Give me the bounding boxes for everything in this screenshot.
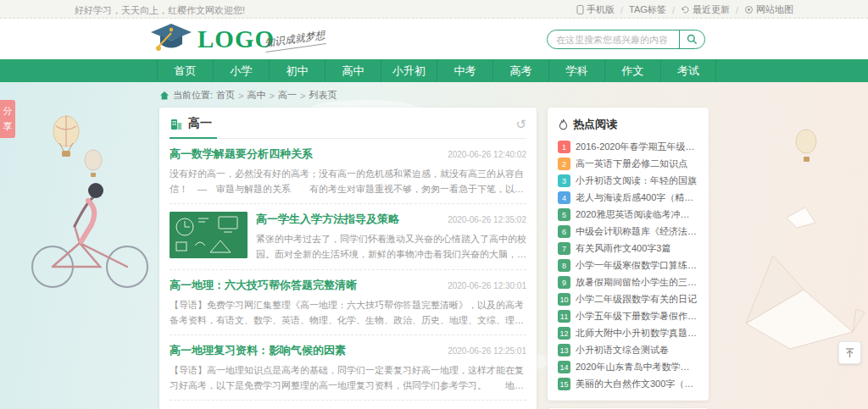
logo-text: LOGO	[198, 25, 275, 53]
nav-item-subjects[interactable]: 学科	[548, 59, 604, 82]
hot-item[interactable]: 15美丽的大自然作文300字（精选3篇）	[558, 378, 698, 390]
hot-item[interactable]: 8小学一年级寒假数学口算练习题三篇	[558, 259, 698, 272]
hot-item-text: 中级会计职称题库《经济法》检测题	[576, 225, 698, 238]
article-title[interactable]: 高一地理：六大技巧帮你答题完整清晰	[170, 278, 357, 293]
hot-item-text: 高一英语下册必修二知识点	[576, 158, 687, 170]
hot-item-text: 小学五年级下册数学暑假作业答案【20-61	[576, 310, 698, 323]
article-title[interactable]: 高一地理复习资料：影响气候的因素	[170, 343, 346, 358]
rank-badge: 2	[558, 158, 570, 170]
return-icon[interactable]: ↺	[515, 118, 526, 130]
page: { "topbar": { "welcome": "好好学习，天天向上，红樱作文…	[0, 0, 868, 409]
hot-item-text: 小学一年级寒假数学口算练习题三篇	[576, 259, 698, 272]
breadcrumb-grade-one[interactable]: 高一	[278, 89, 297, 102]
nav-item-primary-school[interactable]: 小学	[213, 59, 269, 82]
hot-item[interactable]: 52020雅思英语阅读临考冲刺试题附答案	[558, 208, 698, 221]
nav-item-home[interactable]: 首页	[157, 59, 213, 82]
rank-badge: 5	[558, 208, 570, 221]
hot-item[interactable]: 2高一英语下册必修二知识点	[558, 158, 698, 170]
chalkboard-doodle-image	[170, 212, 248, 258]
article-item[interactable]: 高一地理资料：三圈环流与气压带、风带的形成 2020-06-26 12:20:0…	[170, 401, 526, 409]
hot-item[interactable]: 142020年山东青岛中考数学真题（已公布）	[558, 361, 698, 373]
nav-item-gaokao[interactable]: 高考	[492, 59, 548, 82]
hot-item-text: 有关风雨作文400字3篇	[576, 242, 670, 255]
rank-badge: 12	[558, 327, 570, 340]
hot-item[interactable]: 7有关风雨作文400字3篇	[558, 242, 698, 255]
article-item[interactable]: 高一数学解题要分析四种关系 2020-06-26 12:40:02 没有好的高一…	[170, 139, 526, 204]
hot-item[interactable]: 12北师大附中小升初数学真题汇编	[558, 327, 698, 340]
nav-item-xiaoshengchu[interactable]: 小升初	[381, 59, 437, 82]
phone-icon	[576, 5, 584, 14]
rank-badge: 11	[558, 310, 570, 323]
hot-reading-title: 热点阅读	[573, 117, 617, 132]
bicycle-illustration	[32, 183, 147, 287]
rank-badge: 7	[558, 242, 570, 255]
content-columns: 高一 ↺ 高一数学解题要分析四种关系 2020-06-26 12:40:02 没…	[159, 108, 868, 409]
rank-badge: 8	[558, 259, 570, 272]
rank-badge: 3	[558, 174, 570, 187]
sidebar: 热点阅读 12016-2020年春学期五年级语文下期末模拟 2高一英语下册必修二…	[548, 108, 709, 409]
search-input[interactable]	[548, 35, 679, 45]
title-underline	[170, 137, 217, 139]
site-logo[interactable]: LOGO	[149, 22, 275, 56]
list-header: 高一 ↺	[170, 116, 526, 139]
hot-item-text: 老人与海读后感400字（精选3篇）	[576, 191, 698, 204]
hot-item[interactable]: 11小学五年级下册数学暑假作业答案【20-61	[558, 310, 698, 323]
map-pin-icon	[744, 5, 754, 14]
nav-item-exams[interactable]: 考试	[660, 59, 716, 82]
article-item[interactable]: 高一地理：六大技巧帮你答题完整清晰 2020-06-26 12:30:01 【导…	[170, 270, 526, 335]
nav-item-zhongkao[interactable]: 中考	[437, 59, 492, 82]
article-item[interactable]: 高一学生入学方法指导及策略 2020-06-26 12:35:02 紧张的中考过…	[170, 204, 526, 269]
top-bar: 好好学习，天天向上，红樱作文网欢迎您! 手机版 / TAG标签 / 最近更新 /…	[0, 0, 868, 19]
top-link-label: 手机版	[587, 3, 615, 16]
recent-updates-link[interactable]: 最近更新	[681, 3, 730, 16]
article-summary: 【导语】高一地理知识点是高考的基础，同学们一定要复习好高一地理，这样才能在复习好…	[170, 362, 526, 393]
rank-badge: 1	[558, 141, 570, 153]
article-summary: 【导语】免费学习网汇集整理《高一地理：六大技巧帮你答题完整清晰》，以及的高考备考…	[170, 297, 526, 328]
hot-item[interactable]: 13小升初语文综合测试卷	[558, 344, 698, 356]
article-title[interactable]: 高一学生入学方法指导及策略	[256, 212, 399, 227]
graduation-cap-icon	[149, 22, 193, 56]
top-link-label: TAG标签	[629, 3, 666, 16]
hot-item[interactable]: 12016-2020年春学期五年级语文下期末模拟	[558, 141, 698, 153]
hot-item[interactable]: 9放暑假期间留给小学生的三年级英语作文范文	[558, 276, 698, 289]
refresh-icon	[681, 5, 690, 14]
separator: /	[620, 5, 623, 15]
main-nav: 首页 小学 初中 高中 小升初 中考 高考 学科 作文 考试	[0, 59, 868, 82]
breadcrumb-label: 当前位置:	[173, 89, 213, 102]
article-summary: 没有好的高一，必然没有好的高考；没有高一的危机感和紧迫感，就没有高三的从容自信！…	[170, 166, 526, 196]
article-date: 2020-06-26 12:30:01	[448, 281, 526, 290]
mobile-version-link[interactable]: 手机版	[576, 3, 615, 16]
rank-badge: 9	[558, 276, 570, 289]
separator: /	[672, 5, 675, 15]
rank-badge: 13	[558, 344, 570, 356]
sitemap-link[interactable]: 网站地图	[744, 3, 793, 16]
nav-item-zuowen[interactable]: 作文	[604, 59, 660, 82]
hot-item-text: 2020雅思英语阅读临考冲刺试题附答案	[576, 208, 698, 221]
search-button[interactable]	[679, 30, 704, 48]
hot-item-text: 北师大附中小升初数学真题汇编	[576, 327, 698, 340]
hot-item[interactable]: 3小升初语文阅读：年轻的国旗	[558, 174, 698, 187]
top-links: 手机版 / TAG标签 / 最近更新 / 网站地图	[576, 3, 793, 16]
arrow-up-to-line-icon	[844, 347, 855, 358]
rank-badge: 6	[558, 225, 570, 238]
article-item[interactable]: 高一地理复习资料：影响气候的因素 2020-06-26 12:25:01 【导语…	[170, 335, 526, 401]
back-to-top-button[interactable]	[838, 341, 861, 364]
nav-item-junior-high[interactable]: 初中	[269, 59, 325, 82]
hot-item[interactable]: 4老人与海读后感400字（精选3篇）	[558, 191, 698, 204]
article-title[interactable]: 高一数学解题要分析四种关系	[170, 146, 313, 162]
nav-item-senior-high[interactable]: 高中	[325, 59, 381, 82]
article-thumbnail[interactable]	[170, 212, 248, 258]
breadcrumb-current: 列表页	[309, 89, 337, 102]
hot-item[interactable]: 6中级会计职称题库《经济法》检测题	[558, 225, 698, 238]
breadcrumb-home[interactable]: 首页	[216, 89, 235, 102]
hot-item-text: 小升初语文综合测试卷	[576, 344, 669, 356]
share-button[interactable]: 分享	[0, 100, 15, 138]
article-list-card: 高一 ↺ 高一数学解题要分析四种关系 2020-06-26 12:40:02 没…	[159, 108, 537, 409]
hot-item[interactable]: 10小学二年级跟数学有关的日记	[558, 293, 698, 306]
tag-link[interactable]: TAG标签	[629, 3, 666, 16]
hot-reading-header: 热点阅读	[558, 115, 698, 136]
separator: >	[238, 91, 243, 101]
breadcrumb-senior-high[interactable]: 高中	[248, 89, 266, 102]
hot-item-text: 美丽的大自然作文300字（精选3篇）	[576, 378, 698, 390]
top-link-label: 最近更新	[693, 3, 730, 16]
